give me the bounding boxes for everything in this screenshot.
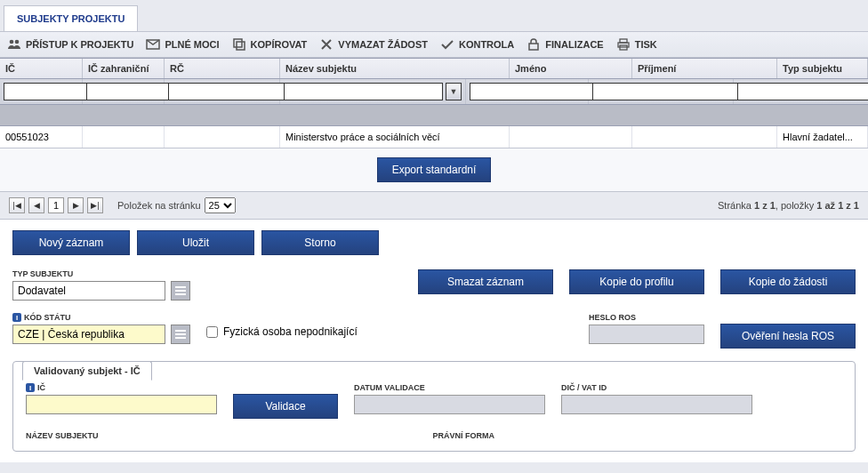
pager-prev[interactable]: ◀: [28, 197, 44, 213]
pager-next[interactable]: ▶: [68, 197, 84, 213]
dic-label: DIČ / VAT ID: [561, 383, 752, 392]
kod-statu-picker[interactable]: [171, 325, 190, 344]
ic-label: iIČ: [26, 383, 217, 392]
filter-prijmeni[interactable]: [592, 83, 751, 100]
pager-first[interactable]: |◀: [9, 197, 25, 213]
toolbar-label: KONTROLA: [459, 39, 514, 50]
svg-rect-10: [175, 290, 186, 292]
typ-subjektu-label: TYP SUBJEKTU: [12, 269, 190, 278]
info-icon: i: [26, 383, 35, 392]
cell-ic: 00551023: [0, 126, 83, 148]
table-row[interactable]: 00551023 Ministerstvo práce a sociálních…: [0, 126, 868, 148]
overeni-ros-button[interactable]: Ověření hesla ROS: [720, 324, 856, 349]
col-header-rc[interactable]: RČ: [165, 59, 280, 78]
cell-rc: [165, 126, 280, 148]
svg-rect-4: [237, 42, 245, 50]
grid-spacer: [0, 105, 868, 126]
cell-typ: Hlavní žadatel...: [777, 126, 868, 148]
toolbar-plnemoci[interactable]: PLNÉ MOCI: [146, 37, 219, 52]
filter-icon[interactable]: ▼: [446, 83, 462, 100]
fyzicka-checkbox[interactable]: [206, 326, 218, 338]
svg-point-1: [15, 40, 20, 44]
datum-validace-label: DATUM VALIDACE: [354, 383, 545, 392]
col-header-nazev[interactable]: Název subjektu: [280, 59, 510, 78]
typ-subjektu-picker[interactable]: [171, 281, 190, 301]
people-icon: [7, 37, 21, 52]
cell-nazev: Ministerstvo práce a sociálních věcí: [280, 126, 510, 148]
box-tab: Validovaný subjekt - IČ: [22, 361, 152, 381]
copy-profile-button[interactable]: Kopie do profilu: [569, 269, 704, 294]
fyzicka-checkbox-wrap[interactable]: Fyzická osoba nepodnikající: [206, 325, 358, 338]
validace-button[interactable]: Validace: [233, 394, 338, 419]
cell-iczahr: [83, 126, 165, 148]
envelope-icon: [146, 37, 160, 52]
filter-nazev[interactable]: [284, 83, 443, 100]
filter-typ[interactable]: [737, 83, 868, 100]
cell-prijmeni: [632, 126, 777, 148]
check-icon: [440, 37, 454, 52]
validated-box: Validovaný subjekt - IČ iIČ Validace DAT…: [12, 361, 856, 452]
kod-statu-label: iKÓD STÁTU: [12, 313, 190, 322]
pager-last[interactable]: ▶|: [87, 197, 103, 213]
list-icon: [175, 285, 186, 296]
dic-input: [561, 395, 752, 414]
pager-items-label: Položek na stránku: [117, 200, 201, 211]
pager-page-input[interactable]: [48, 197, 64, 213]
toolbar-tisk[interactable]: TISK: [616, 37, 657, 52]
toolbar-label: PLNÉ MOCI: [165, 39, 219, 50]
pravni-forma-label: PRÁVNÍ FORMA: [433, 431, 495, 440]
fyzicka-label: Fyzická osoba nepodnikající: [223, 325, 358, 338]
heslo-ros-input[interactable]: [589, 325, 704, 344]
toolbar-kontrola[interactable]: KONTROLA: [440, 37, 514, 52]
toolbar-label: KOPÍROVAT: [251, 39, 308, 50]
print-icon: [616, 37, 631, 52]
col-header-jmeno[interactable]: Jméno: [510, 59, 632, 78]
svg-rect-11: [175, 293, 186, 295]
lock-icon: [526, 37, 541, 52]
copy-icon: [232, 37, 246, 52]
col-header-ic[interactable]: IČ: [0, 59, 83, 78]
tab-subjekty[interactable]: SUBJEKTY PROJEKTU: [4, 5, 138, 31]
toolbar-kopirovat[interactable]: KOPÍROVAT: [232, 37, 308, 52]
ic-input[interactable]: [26, 395, 217, 414]
svg-rect-3: [234, 39, 242, 47]
pager-items-select[interactable]: 25: [205, 197, 236, 213]
copy-request-button[interactable]: Kopie do žádosti: [720, 269, 856, 294]
toolbar-label: PŘÍSTUP K PROJEKTU: [26, 39, 133, 50]
toolbar-label: TISK: [635, 39, 657, 50]
export-button[interactable]: Export standardní: [377, 157, 492, 182]
typ-subjektu-input[interactable]: [12, 281, 165, 301]
toolbar-label: VYMAZAT ŽÁDOST: [338, 39, 428, 50]
nazev-subjektu-label: NÁZEV SUBJEKTU: [26, 431, 99, 440]
cell-jmeno: [510, 126, 632, 148]
datum-validace-input: [354, 395, 545, 414]
svg-rect-12: [175, 330, 186, 332]
col-header-prijmeni[interactable]: Příjmení: [632, 59, 777, 78]
col-header-typ[interactable]: Typ subjektu: [777, 59, 868, 78]
cancel-button[interactable]: Storno: [261, 230, 379, 255]
toolbar: PŘÍSTUP K PROJEKTU PLNÉ MOCI KOPÍROVAT V…: [0, 31, 868, 58]
info-icon: i: [12, 313, 21, 322]
heslo-ros-label: HESLO ROS: [589, 313, 704, 322]
svg-rect-5: [529, 44, 538, 50]
new-record-button[interactable]: Nový záznam: [12, 230, 130, 255]
toolbar-pristup[interactable]: PŘÍSTUP K PROJEKTU: [7, 37, 133, 52]
kod-statu-input[interactable]: [12, 325, 165, 344]
col-header-ic-zahr[interactable]: IČ zahraniční: [83, 59, 165, 78]
delete-icon: [319, 37, 334, 52]
toolbar-finalizace[interactable]: FINALIZACE: [526, 37, 603, 52]
svg-rect-14: [175, 337, 186, 339]
pager-summary: Stránka 1 z 1, položky 1 až 1 z 1: [718, 200, 859, 211]
toolbar-vymazat[interactable]: VYMAZAT ŽÁDOST: [319, 37, 428, 52]
list-icon: [175, 329, 186, 340]
grid: IČ IČ zahraniční RČ Název subjektu Jméno…: [0, 58, 868, 148]
svg-rect-13: [175, 333, 186, 335]
delete-record-button[interactable]: Smazat záznam: [418, 269, 553, 294]
save-button[interactable]: Uložit: [137, 230, 254, 255]
toolbar-label: FINALIZACE: [545, 39, 603, 50]
svg-rect-9: [175, 286, 186, 288]
svg-point-0: [10, 40, 14, 44]
